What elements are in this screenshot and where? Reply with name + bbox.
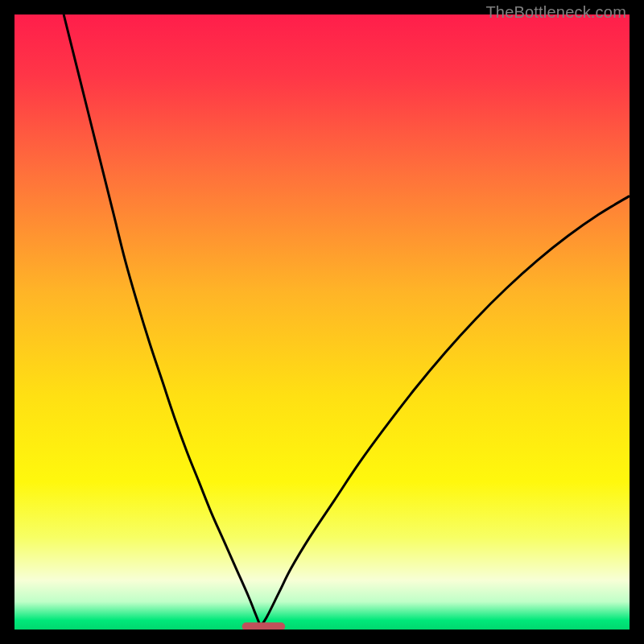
chart-frame: [14, 14, 630, 630]
bottleneck-chart: [14, 14, 630, 630]
watermark-text: TheBottleneck.com: [485, 3, 626, 22]
optimum-marker: [242, 622, 285, 630]
chart-background: [14, 14, 630, 630]
